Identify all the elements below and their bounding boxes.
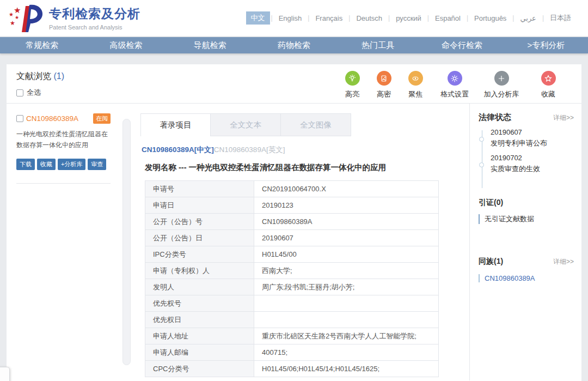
lang-es[interactable]: Español — [430, 13, 465, 24]
document-title: 一种光电双控柔性蛋清忆阻器在数据存算一体化中的应用 — [16, 129, 111, 151]
favorite-button[interactable]: 收藏 — [525, 71, 572, 99]
nav-patent-analysis[interactable]: >专利分析 — [504, 40, 588, 51]
legal-status-detail-link[interactable]: 详细>> — [553, 113, 574, 123]
nav-navigation-search[interactable]: 导航检索 — [168, 40, 252, 51]
browse-toolbar: 文献浏览 (1) 全选 高亮 — [7, 64, 581, 104]
format-settings-button[interactable]: 格式设置 — [431, 71, 478, 99]
table-row: IPC分类号H01L45/00 — [145, 246, 438, 263]
document-id-link[interactable]: CN109860389A — [26, 114, 78, 123]
status-panel: 法律状态 详细>> 20190607 发明专利申请公布 20190702 实质审… — [469, 104, 581, 380]
table-row: 发明人周广东;段书凯;王丽丹;胡小芳; — [145, 279, 438, 295]
timeline-event: 20190702 实质审查的生效 — [491, 154, 574, 174]
table-row: 公开（公告）号CN109860389A — [145, 214, 438, 230]
lang-en[interactable]: English — [274, 13, 307, 24]
download-button[interactable]: 下载 — [16, 159, 35, 170]
highlight-button[interactable]: 高亮 — [336, 71, 368, 99]
table-row: 优先权号 — [145, 295, 438, 312]
site-logo[interactable]: ★ ★ ★ ★ 专利检索及分析 Patent Search and Analys… — [8, 3, 140, 33]
document-checkbox[interactable] — [16, 115, 23, 122]
nav-hot-tools[interactable]: 热门工具 — [336, 40, 420, 51]
add-to-analysis-button[interactable]: 加入分析库 — [478, 71, 525, 99]
detail-tabs: 著录项目 全文文本 全文图像 — [140, 113, 464, 136]
nav-command-search[interactable]: 命令行检索 — [420, 40, 504, 51]
legal-status-timeline: 20190607 发明专利申请公布 20190702 实质审查的生效 — [482, 128, 574, 174]
floating-widget[interactable] — [0, 367, 10, 381]
logo-icon: ★ ★ ★ ★ — [8, 3, 44, 33]
table-row: CPC分类号H01L45/06;H01L45/14;H01L45/1625; — [145, 361, 438, 377]
family-detail-link[interactable]: 详细>> — [553, 257, 574, 267]
family-title: 同族(1) — [479, 257, 503, 267]
select-all-checkbox[interactable] — [16, 89, 23, 96]
main-nav: 常规检索 高级检索 导航检索 药物检索 热门工具 命令行检索 >专利分析 — [0, 37, 588, 53]
reading-status-badge: 在阅 — [93, 113, 111, 124]
nav-advanced-search[interactable]: 高级检索 — [84, 40, 168, 51]
document-count: (1) — [53, 71, 64, 81]
tab-images[interactable]: 全文图像 — [281, 113, 351, 136]
document-icon — [377, 71, 391, 86]
document-browse-card: 文献浏览 (1) 全选 高亮 — [7, 64, 581, 381]
lang-pt[interactable]: Português — [469, 13, 511, 24]
density-button[interactable]: 高密 — [368, 71, 400, 99]
top-header: ★ ★ ★ ★ 专利检索及分析 Patent Search and Analys… — [0, 0, 588, 36]
document-list: CN109860389A 在阅 一种光电双控柔性蛋清忆阻器在数据存算一体化中的应… — [7, 104, 118, 380]
timeline-event: 20190607 发明专利申请公布 — [491, 128, 574, 148]
nav-drug-search[interactable]: 药物检索 — [252, 40, 336, 51]
table-row: 公开（公告）日20190607 — [145, 230, 438, 246]
gear-icon — [448, 71, 462, 86]
list-divider — [16, 183, 111, 184]
lang-de[interactable]: Deutsch — [351, 13, 387, 24]
timeline-dot-icon — [479, 162, 484, 167]
add-library-button[interactable]: +分析库 — [58, 159, 85, 170]
tab-biblio[interactable]: 著录项目 — [140, 113, 211, 136]
timeline-dot-icon — [479, 137, 484, 142]
legal-status-title: 法律状态 — [479, 112, 511, 123]
citation-title: 引证(0) — [479, 198, 574, 208]
lang-zh[interactable]: 中文 — [246, 11, 270, 25]
biblio-table: 申请号CN201910064700.X 申请日20190123 公开（公告）号C… — [145, 180, 439, 377]
table-row: 申请日20190123 — [145, 197, 438, 214]
table-row: 申请人邮编400715; — [145, 344, 438, 361]
page-title: 文献浏览 — [16, 71, 51, 81]
document-list-item[interactable]: CN109860389A 在阅 一种光电双控柔性蛋清忆阻器在数据存算一体化中的应… — [16, 113, 111, 170]
doc-link-chinese[interactable]: CN109860389A[中文] — [142, 146, 214, 154]
focus-button[interactable]: 聚焦 — [400, 71, 431, 99]
eye-icon — [408, 71, 423, 86]
lang-fr[interactable]: Français — [310, 13, 347, 24]
site-title: 专利检索及分析 — [49, 5, 140, 22]
invention-title: 发明名称 --- 一种光电双控柔性蛋清忆阻器在数据存算一体化中的应用 — [145, 162, 464, 173]
table-row: 申请号CN201910064700.X — [145, 181, 438, 197]
lang-ja[interactable]: 日本語 — [545, 11, 576, 25]
lang-ar[interactable]: عربي — [515, 13, 541, 24]
tab-fulltext[interactable]: 全文文本 — [211, 113, 281, 136]
lightbulb-icon — [345, 71, 360, 86]
action-bar: 高亮 高密 聚焦 — [336, 71, 572, 99]
star-icon — [541, 71, 556, 86]
review-button[interactable]: 审查 — [88, 159, 106, 170]
select-all-label: 全选 — [27, 88, 41, 98]
language-bar: 中文 English Français Deutsch русский Espa… — [246, 11, 577, 25]
citation-empty-text: 无引证文献数据 — [479, 214, 574, 224]
biblio-panel: 著录项目 全文文本 全文图像 CN109860389A[中文]CN1098603… — [137, 104, 469, 380]
lang-ru[interactable]: русский — [391, 13, 426, 24]
nav-normal-search[interactable]: 常规检索 — [0, 40, 84, 51]
doc-link-english[interactable]: CN109860389A[英文] — [214, 146, 285, 154]
site-subtitle: Patent Search and Analysis — [49, 24, 140, 31]
table-row: 优先权日 — [145, 312, 438, 328]
table-row: 申请人地址重庆市北碚区天生路2号西南大学人人工智能学院; — [145, 328, 438, 344]
family-patent-link[interactable]: CN109860389A — [479, 274, 574, 282]
table-row: 申请（专利权）人西南大学; — [145, 263, 438, 279]
list-scrollbar[interactable] — [122, 119, 131, 365]
plus-icon — [494, 71, 509, 86]
collect-button[interactable]: 收藏 — [37, 159, 56, 170]
